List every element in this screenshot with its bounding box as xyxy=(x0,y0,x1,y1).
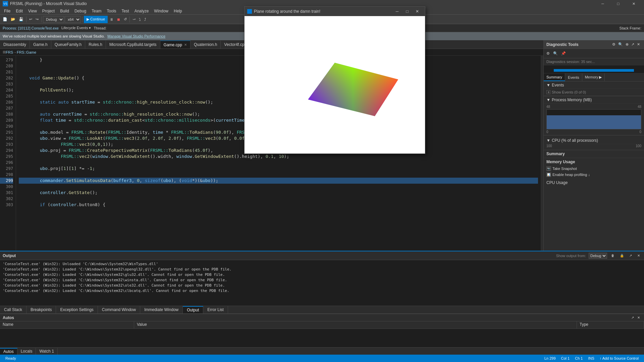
menu-window[interactable]: Window xyxy=(151,8,171,14)
output-scroll-lock[interactable]: 🔒 xyxy=(619,252,625,259)
events-arrow: ▼ xyxy=(546,83,550,87)
tab-gamecpp[interactable]: Game.cpp ✕ xyxy=(160,41,191,49)
platform-dropdown[interactable]: x64 xyxy=(65,16,81,23)
menu-help[interactable]: Help xyxy=(171,8,185,14)
col-value: Value xyxy=(134,321,577,328)
menu-project[interactable]: Project xyxy=(40,8,57,14)
diag-tab-memory[interactable]: Memory ▶ xyxy=(582,73,605,81)
diag-search[interactable]: 🔍 xyxy=(617,41,624,48)
btab-command[interactable]: Command Window xyxy=(98,306,140,313)
diag-settings[interactable]: ⚙ xyxy=(611,41,617,48)
abt-autos[interactable]: Autos xyxy=(0,348,17,355)
menu-tools[interactable]: Tools xyxy=(104,8,119,14)
cpu-usage-section: CPU Usage xyxy=(544,179,644,186)
btab-immediate[interactable]: Immediate Window xyxy=(140,306,183,313)
play-pause-icon[interactable]: ⏸ xyxy=(546,90,550,94)
step-out[interactable]: ⤴ xyxy=(143,16,148,23)
cpu-header[interactable]: ▼ CPU (% of all processors) xyxy=(546,137,641,144)
diag-bookmark[interactable]: ⊕ xyxy=(624,41,630,48)
diag-tab-events[interactable]: Events xyxy=(565,73,582,81)
tab-disassembly[interactable]: Disassembly xyxy=(0,41,30,49)
float-maximize[interactable]: □ xyxy=(402,7,412,16)
abt-locals[interactable]: Locals xyxy=(17,348,36,355)
config-dropdown[interactable]: Debug xyxy=(43,16,64,23)
toolbar-sep2 xyxy=(41,16,42,22)
menu-build[interactable]: Build xyxy=(57,8,72,14)
breadcrumb-class[interactable]: FRS::Game xyxy=(17,50,36,54)
tab-cppbuild[interactable]: Microsoft.CppBuild.targets xyxy=(106,41,160,49)
menu-debug[interactable]: Debug xyxy=(72,8,89,14)
output-float[interactable]: ↗ xyxy=(628,252,633,259)
pause-button[interactable]: ⏸ xyxy=(108,16,115,23)
enable-heap-option[interactable]: 📊 Enable heap profiling ↓ xyxy=(546,172,641,178)
manage-performance-link[interactable]: Manage Visual Studio Performance xyxy=(107,34,165,38)
cpu-usage-label: CPU Usage xyxy=(546,180,568,185)
menu-edit[interactable]: Edit xyxy=(13,8,25,14)
step-into[interactable]: ⤵ xyxy=(138,16,142,23)
status-source-control[interactable]: ↑ Add to Source Control xyxy=(597,355,641,362)
tab-rulesh[interactable]: Rules.h xyxy=(85,41,106,49)
toolbar-open[interactable]: 📂 xyxy=(9,16,17,23)
stop-button[interactable]: ⏹ xyxy=(115,16,122,23)
restart-button[interactable]: ↺ xyxy=(122,16,128,23)
code-line-299: commander.SetSimulatousData(buffer3, 0, … xyxy=(19,178,538,184)
process-memory-header[interactable]: ▼ Process Memory (MB) xyxy=(544,96,644,104)
btab-errorlist[interactable]: Error List xyxy=(203,306,228,313)
output-content[interactable]: 'ConsoleTest.exe' (Win32): Unloaded 'C:\… xyxy=(0,260,644,306)
diag-toolbar: ⚙ 🔍 📌 xyxy=(544,49,644,58)
minimize-button[interactable]: ─ xyxy=(595,0,610,7)
output-source-dropdown[interactable]: Debug xyxy=(589,253,607,259)
toolbar-save[interactable]: 💾 xyxy=(17,16,25,23)
diag-close[interactable]: ✕ xyxy=(636,41,641,48)
menu-view[interactable]: View xyxy=(25,8,40,14)
toolbar-redo[interactable]: ↪ xyxy=(34,16,40,23)
take-snapshot-option[interactable]: 📷 Take Snapshot xyxy=(546,166,641,172)
thread-label: Thread: xyxy=(94,26,106,30)
btab-callstack[interactable]: Call Stack xyxy=(0,306,26,313)
tab-queuefamilyh[interactable]: QueueFamily.h xyxy=(51,41,85,49)
float-minimize[interactable]: ─ xyxy=(392,7,402,16)
toolbar-sep1 xyxy=(26,16,26,22)
btab-exception[interactable]: Exception Settings xyxy=(56,306,98,313)
summary-label-section: Summary xyxy=(544,150,644,158)
diag-tb-3[interactable]: 📌 xyxy=(560,50,567,57)
abt-watch1[interactable]: Watch 1 xyxy=(36,348,58,355)
btab-breakpoints[interactable]: Breakpoints xyxy=(26,306,56,313)
continue-button[interactable]: ▶ Continue xyxy=(84,16,108,23)
tab-gamecpp-close[interactable]: ✕ xyxy=(184,43,187,47)
toolbar-undo[interactable]: ↩ xyxy=(28,16,34,23)
cpu-arrow: ▼ xyxy=(546,138,550,143)
autos-close[interactable]: ✕ xyxy=(636,314,641,321)
chart-bottom-labels: 0 0 xyxy=(546,130,641,134)
close-button[interactable]: ✕ xyxy=(626,0,641,7)
menu-analyze[interactable]: Analyze xyxy=(132,8,152,14)
autos-content[interactable] xyxy=(0,329,644,347)
tab-quaternionh[interactable]: Quaternion.h xyxy=(191,41,221,49)
diag-float[interactable]: ↗ xyxy=(630,41,636,48)
tab-gameh[interactable]: Game.h xyxy=(30,41,51,49)
diag-tab-summary[interactable]: Summary xyxy=(544,73,565,81)
step-over[interactable]: ⤻ xyxy=(131,16,137,23)
float-close[interactable]: ✕ xyxy=(412,7,422,16)
info-message: We've noticed multiple tool windows are … xyxy=(3,34,105,38)
maximize-button[interactable]: □ xyxy=(610,0,626,7)
autos-float[interactable]: ↗ xyxy=(630,314,635,321)
output-clear[interactable]: 🗑 xyxy=(610,252,616,259)
menu-team[interactable]: Team xyxy=(89,8,104,14)
diag-tb-2[interactable]: 🔍 xyxy=(552,50,559,57)
float-window: Plane rotating around the damn train! ─ … xyxy=(244,6,425,154)
breadcrumb-namespace[interactable]: FRS xyxy=(6,50,13,54)
menu-test[interactable]: Test xyxy=(119,8,132,14)
toolbar-new[interactable]: 📄 xyxy=(1,16,9,23)
show-output-label: Show output from: xyxy=(556,254,586,258)
status-ch: Ch 1 xyxy=(572,355,585,362)
output-close[interactable]: ✕ xyxy=(636,252,641,259)
menu-file[interactable]: File xyxy=(1,8,13,14)
events-header[interactable]: ▼ Events xyxy=(544,81,644,89)
diag-tb-1[interactable]: ⚙ xyxy=(545,50,551,57)
toolbar-sep3 xyxy=(82,16,83,22)
cpu-right: 100 xyxy=(636,144,641,148)
output-line-3: 'ConsoleTest.exe' (Win32): Loaded 'C:\Wi… xyxy=(3,272,641,278)
btab-output[interactable]: Output xyxy=(183,306,203,313)
chart-top-labels: 48 48 xyxy=(546,105,641,109)
